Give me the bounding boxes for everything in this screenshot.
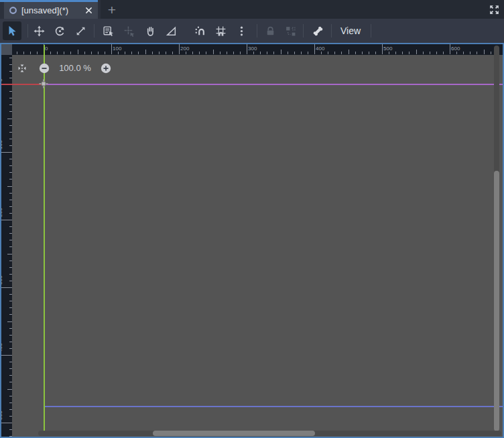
- lock-button[interactable]: [261, 21, 279, 40]
- ruler-tick: [23, 52, 24, 54]
- ruler-tick: [301, 52, 302, 54]
- ruler-tick: [64, 52, 64, 54]
- ruler-tick: [1, 220, 12, 220]
- grid-snap-button[interactable]: [211, 21, 230, 40]
- pan-hand-icon: [145, 25, 156, 37]
- vertical-scrollbar-thumb[interactable]: [494, 171, 499, 431]
- vertical-ruler[interactable]: 0100200300400500: [1, 55, 12, 437]
- pan-tool-button[interactable]: [141, 21, 160, 40]
- ruler-tick: [253, 52, 254, 54]
- ruler-label: 0: [45, 46, 48, 52]
- skeleton-options-button[interactable]: [308, 21, 327, 40]
- ruler-tick: [125, 52, 125, 54]
- ruler-tick: [9, 246, 12, 247]
- ruler-tick: [349, 50, 349, 54]
- canvas-toolbar: View: [0, 19, 504, 43]
- pivot-tool-button[interactable]: [119, 21, 138, 40]
- list-select-icon: [103, 25, 114, 37]
- ruler-tick: [9, 301, 12, 301]
- horizontal-ruler[interactable]: 0100200300400500600: [12, 44, 503, 55]
- view-menu-button[interactable]: View: [334, 21, 367, 40]
- ruler-tick: [9, 267, 12, 268]
- viewport-rect-top-edge: [44, 84, 503, 85]
- select-tool-button[interactable]: [3, 21, 21, 40]
- ruler-tick: [37, 52, 38, 54]
- ruler-tick: [355, 52, 356, 54]
- scene-circle-icon: [9, 6, 17, 15]
- canvas-viewport[interactable]: 0100200300400500600 0100200300400500 100…: [0, 43, 504, 438]
- horizontal-scrollbar-thumb[interactable]: [153, 431, 315, 436]
- three-dots-icon: [236, 25, 247, 37]
- list-select-button[interactable]: [99, 21, 117, 40]
- ruler-tick: [369, 52, 369, 54]
- ruler-tick: [9, 274, 12, 275]
- ruler-tick: [470, 52, 470, 54]
- ruler-tick: [138, 52, 139, 54]
- zoom-out-button[interactable]: [39, 63, 50, 74]
- add-scene-tab-button[interactable]: +: [103, 1, 121, 18]
- center-view-icon[interactable]: [17, 63, 27, 74]
- ruler-tick: [463, 52, 464, 54]
- origin-node-gizmo[interactable]: [39, 79, 48, 88]
- ruler-tick: [9, 64, 12, 65]
- ruler-tick: [491, 52, 491, 54]
- move-tool-button[interactable]: [29, 21, 48, 40]
- scene-tab-unsaved[interactable]: [unsaved](*): [4, 2, 98, 19]
- ruler-tick: [9, 375, 12, 376]
- group-icon: [285, 25, 296, 37]
- ruler-tick: [1, 423, 12, 423]
- ruler-tick: [9, 328, 12, 329]
- ruler-tick: [1, 287, 12, 288]
- ruler-tick: [9, 111, 12, 112]
- scene-tab-bar: [unsaved](*) +: [0, 0, 504, 19]
- ruler-tick: [9, 58, 12, 58]
- close-icon[interactable]: [84, 6, 93, 15]
- ruler-label: 300: [1, 276, 3, 285]
- ruler-tick: [273, 52, 274, 54]
- expand-fullscreen-icon[interactable]: [488, 3, 500, 15]
- ruler-tick: [9, 71, 12, 72]
- move-icon: [34, 25, 45, 37]
- ruler-tick: [247, 44, 247, 54]
- zoom-in-button[interactable]: [101, 63, 111, 74]
- zoom-reset-button[interactable]: 100.0 %: [54, 63, 97, 74]
- ruler-tick: [7, 389, 12, 390]
- ruler-tick: [118, 52, 119, 54]
- ruler-tick: [288, 52, 288, 54]
- group-button[interactable]: [281, 21, 300, 40]
- ruler-tick: [9, 396, 12, 396]
- smart-snap-button[interactable]: [190, 21, 209, 40]
- ruler-tick: [220, 52, 220, 54]
- ruler-tick: [227, 52, 227, 54]
- ruler-tick: [9, 78, 12, 78]
- y-axis-line: [44, 45, 45, 436]
- ruler-tick: [166, 52, 166, 54]
- ruler-tick: [267, 52, 267, 54]
- ruler-tick: [281, 50, 281, 54]
- ruler-tool-button[interactable]: [162, 21, 180, 40]
- scale-tool-button[interactable]: [71, 21, 90, 40]
- toolbar-separator: [371, 24, 371, 38]
- ruler-tick: [430, 52, 430, 54]
- ruler-tick: [9, 172, 12, 173]
- ruler-tick: [159, 52, 160, 54]
- ruler-tick: [9, 132, 12, 133]
- ruler-tick: [172, 52, 173, 54]
- ruler-label: 400: [1, 344, 3, 352]
- toolbar-separator: [257, 24, 257, 38]
- ruler-tick: [199, 52, 200, 54]
- ruler-tick: [477, 52, 477, 54]
- ruler-tick: [78, 50, 78, 54]
- ruler-label: 100: [1, 141, 3, 149]
- ruler-tick: [334, 52, 335, 54]
- ruler-tick: [9, 200, 12, 200]
- ruler-tick: [9, 314, 12, 315]
- snap-options-menu-button[interactable]: [232, 21, 251, 40]
- rotate-tool-button[interactable]: [50, 21, 69, 40]
- ruler-triangle-icon: [166, 25, 177, 37]
- ruler-tick: [456, 52, 457, 54]
- ruler-tick: [1, 355, 12, 356]
- ruler-tick: [9, 98, 12, 98]
- ruler-tick: [9, 429, 12, 430]
- ruler-tick: [84, 52, 85, 54]
